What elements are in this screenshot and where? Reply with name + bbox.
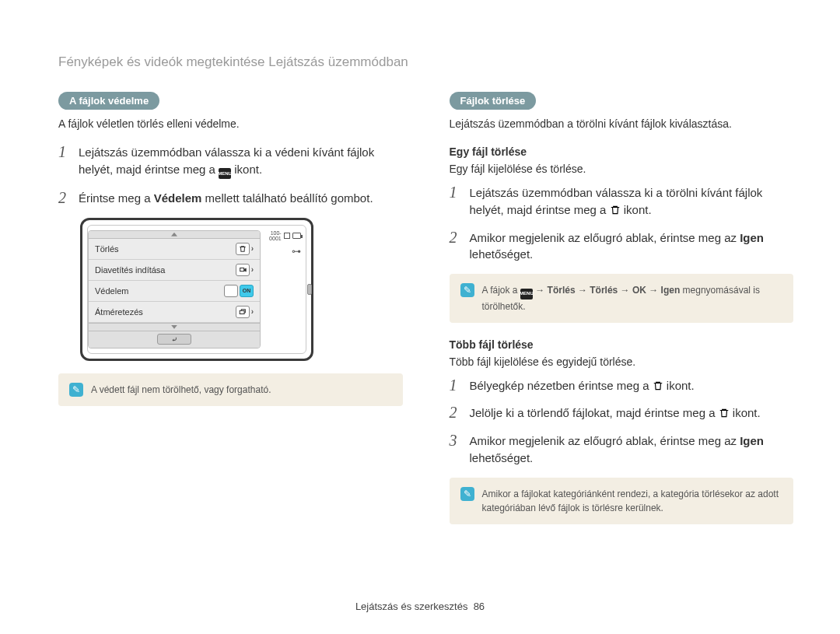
back-button: ⤶ xyxy=(157,334,191,345)
menu-item-delete: Törlés › xyxy=(89,239,260,260)
single-delete-step-1: Lejátszás üzemmódban válassza ki a töröl… xyxy=(470,184,794,219)
svg-marker-1 xyxy=(244,268,246,271)
step-number: 2 xyxy=(58,190,71,207)
camera-screen-mock: Törlés › Diavetítés indítása › Védelem O… xyxy=(80,218,313,361)
trash-icon xyxy=(653,380,663,391)
info-icon: ✎ xyxy=(69,383,83,397)
delete-note-1: ✎ A fájok a MENU → Törlés → Törlés → OK … xyxy=(450,274,794,323)
protect-toggle-on: ON xyxy=(240,285,254,297)
trash-icon xyxy=(610,205,621,215)
slideshow-icon xyxy=(236,264,250,276)
camera-handle xyxy=(307,284,312,295)
svg-rect-0 xyxy=(240,268,243,271)
info-icon: ✎ xyxy=(460,487,474,501)
card-icon xyxy=(284,233,290,239)
step-number: 1 xyxy=(450,184,462,219)
menu-icon: MENU xyxy=(520,289,533,299)
step-number: 1 xyxy=(450,377,462,394)
single-delete-heading: Egy fájl törlése xyxy=(450,145,794,158)
svg-rect-2 xyxy=(240,310,244,313)
right-column: Fájlok törlése Lejátszás üzemmódban a tö… xyxy=(450,92,794,524)
image-counter: 100-0001 xyxy=(264,230,282,241)
single-delete-text: Egy fájl kijelölése és törlése. xyxy=(450,163,794,175)
chevron-right-icon: › xyxy=(251,244,254,253)
battery-icon xyxy=(292,233,301,239)
trash-icon xyxy=(719,408,730,419)
chevron-right-icon: › xyxy=(251,265,254,274)
step-number: 3 xyxy=(450,433,462,467)
menu-icon: MENU xyxy=(219,168,231,179)
protect-step-2: Érintse meg a Védelem mellett található … xyxy=(79,190,373,207)
resize-icon xyxy=(236,306,250,318)
single-delete-step-2: Amikor megjelenik az előugró ablak, érin… xyxy=(470,229,794,264)
scroll-up-icon xyxy=(89,231,260,239)
multi-delete-step-3: Amikor megjelenik az előugró ablak, érin… xyxy=(470,433,794,467)
page-footer: Lejátszás és szerkesztés 86 xyxy=(0,601,840,612)
menu-item-resize: Átméretezés › xyxy=(89,302,260,323)
multi-delete-step-1: Bélyegkép nézetben érintse meg a ikont. xyxy=(470,377,695,394)
lock-icon: ⊶ xyxy=(264,246,301,257)
multi-delete-text: Több fájl kijelölése és egyidejű törlése… xyxy=(450,356,794,368)
step-number: 2 xyxy=(450,229,462,264)
left-column: A fájlok védelme A fájlok véletlen törlé… xyxy=(58,92,403,524)
multi-delete-step-2: Jelölje ki a törlendő fájlokat, majd éri… xyxy=(470,405,761,422)
protect-step-1: Lejátszás üzemmódban válassza ki a véden… xyxy=(79,144,403,179)
page-header: Fényképek és videók megtekintése Lejátsz… xyxy=(58,54,793,70)
menu-item-protect: Védelem ON xyxy=(89,281,260,302)
step-number: 1 xyxy=(58,144,71,179)
chevron-right-icon: › xyxy=(251,307,254,316)
delete-note-2: ✎ Amikor a fájlokat kategóriánként rende… xyxy=(450,478,794,524)
menu-item-slideshow: Diavetítés indítása › xyxy=(89,260,260,281)
multi-delete-heading: Több fájl törlése xyxy=(450,338,794,351)
protect-intro: A fájlok véletlen törlés elleni védelme. xyxy=(58,117,403,130)
step-number: 2 xyxy=(450,405,462,422)
protect-note: ✎ A védett fájl nem törölhető, vagy forg… xyxy=(58,373,403,406)
trash-icon xyxy=(236,243,250,255)
delete-intro: Lejátszás üzemmódban a törölni kívánt fá… xyxy=(450,117,794,130)
delete-pill: Fájlok törlése xyxy=(450,92,537,110)
info-icon: ✎ xyxy=(460,283,474,297)
protect-pill: A fájlok védelme xyxy=(58,92,159,110)
scroll-down-icon xyxy=(89,323,260,331)
